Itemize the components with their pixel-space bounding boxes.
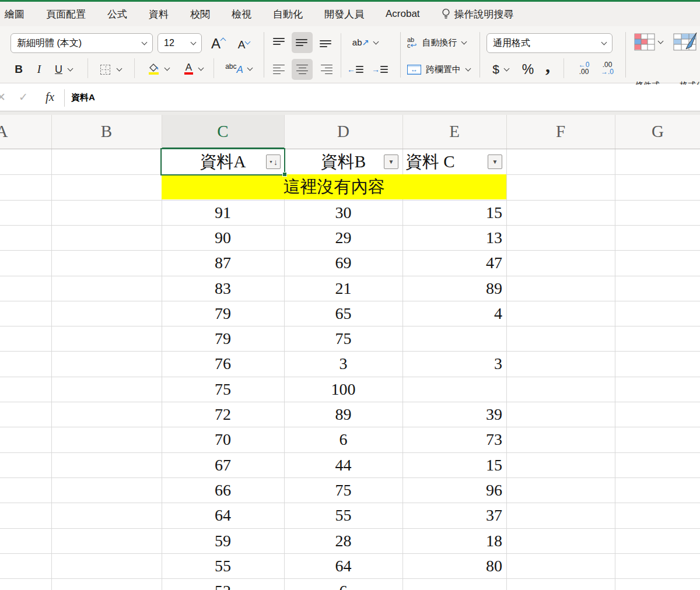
percent-button[interactable]: % bbox=[518, 60, 538, 79]
cell-c15[interactable]: 64 bbox=[162, 503, 284, 528]
menu-draw[interactable]: 繪圖 bbox=[5, 8, 24, 21]
cell-c6[interactable]: 83 bbox=[162, 276, 284, 301]
increase-indent-button[interactable]: → bbox=[370, 60, 390, 79]
cell-e4[interactable]: 13 bbox=[402, 225, 506, 250]
cell-c16[interactable]: 59 bbox=[162, 528, 284, 553]
cell-c18[interactable]: 52 bbox=[162, 578, 284, 590]
column-header-g[interactable]: G bbox=[640, 122, 676, 141]
menu-data[interactable]: 資料 bbox=[149, 8, 169, 21]
menu-page-layout[interactable]: 頁面配置 bbox=[46, 8, 86, 21]
cell-d12[interactable]: 6 bbox=[284, 427, 402, 452]
cell-e7[interactable]: 4 bbox=[402, 301, 506, 326]
confirm-icon[interactable]: ✓ bbox=[19, 90, 28, 104]
cell-c14[interactable]: 66 bbox=[162, 477, 284, 503]
merge-center-button[interactable]: ↔ 跨欄置中 bbox=[407, 60, 477, 79]
cell-e11[interactable]: 39 bbox=[402, 402, 506, 427]
cell-e3[interactable]: 15 bbox=[402, 200, 506, 225]
cell-e12[interactable]: 73 bbox=[402, 427, 506, 452]
wrap-text-button[interactable]: ab c↩ 自動換行 bbox=[407, 33, 477, 52]
menu-automate[interactable]: 自動化 bbox=[273, 8, 303, 21]
decrease-indent-button[interactable]: ← bbox=[345, 60, 365, 79]
filter-button-sorted-c[interactable]: ▼↓ bbox=[266, 154, 281, 169]
menu-developer[interactable]: 開發人員 bbox=[324, 8, 364, 21]
number-format-combo[interactable]: 通用格式 bbox=[487, 33, 612, 53]
menu-formulas[interactable]: 公式 bbox=[107, 8, 127, 21]
decrease-decimal-button[interactable]: .00 →.0 bbox=[597, 61, 617, 75]
format-as-table-button[interactable] bbox=[672, 31, 700, 53]
cell-c5[interactable]: 87 bbox=[162, 250, 284, 275]
italic-button[interactable]: I bbox=[32, 60, 47, 79]
cell-d7[interactable]: 65 bbox=[284, 301, 402, 326]
cancel-icon[interactable]: ✕ bbox=[0, 90, 6, 104]
formula-bar-value[interactable]: 資料A bbox=[71, 92, 95, 103]
cell-d9[interactable]: 3 bbox=[284, 351, 402, 376]
align-middle-button[interactable] bbox=[292, 32, 313, 53]
cell-e17[interactable]: 80 bbox=[402, 553, 506, 578]
cell-e9[interactable]: 3 bbox=[402, 351, 506, 376]
cell-d10[interactable]: 100 bbox=[284, 377, 402, 402]
cell-e13[interactable]: 15 bbox=[402, 452, 506, 477]
align-bottom-button[interactable] bbox=[316, 33, 336, 52]
cell-e6[interactable]: 89 bbox=[402, 276, 506, 301]
font-color-button[interactable]: A bbox=[178, 59, 209, 79]
filter-button-d[interactable]: ▼ bbox=[384, 154, 398, 169]
cell-d14[interactable]: 75 bbox=[284, 477, 402, 503]
bold-button[interactable]: B bbox=[10, 60, 27, 79]
cell-c13[interactable]: 67 bbox=[162, 452, 284, 477]
cell-d15[interactable]: 55 bbox=[284, 503, 402, 528]
currency-button[interactable]: $ bbox=[488, 60, 513, 79]
cell-d8[interactable]: 75 bbox=[284, 326, 402, 351]
cell-c8[interactable]: 79 bbox=[162, 326, 284, 351]
align-left-button[interactable] bbox=[270, 60, 289, 79]
increase-decimal-button[interactable]: ←0 .00 bbox=[574, 61, 594, 75]
cell-c10[interactable]: 75 bbox=[162, 377, 284, 402]
conditional-formatting-button[interactable] bbox=[632, 32, 664, 52]
align-top-button[interactable] bbox=[270, 33, 289, 52]
cell-d4[interactable]: 29 bbox=[284, 225, 402, 250]
menu-acrobat[interactable]: Acrobat bbox=[386, 8, 420, 20]
cell-c17[interactable]: 55 bbox=[162, 553, 284, 578]
cell-c4[interactable]: 90 bbox=[162, 225, 284, 250]
fill-color-button[interactable] bbox=[142, 59, 175, 79]
cell-d6[interactable]: 21 bbox=[284, 276, 402, 301]
orientation-button[interactable]: ab↗ bbox=[348, 33, 383, 52]
column-header-e[interactable]: E bbox=[437, 122, 472, 141]
grow-font-button[interactable]: A bbox=[208, 34, 229, 53]
cell-d17[interactable]: 64 bbox=[284, 553, 402, 578]
help-search[interactable]: 操作說明搜尋 bbox=[442, 8, 514, 21]
menu-review[interactable]: 校閱 bbox=[190, 8, 210, 21]
column-header-f[interactable]: F bbox=[543, 122, 578, 141]
cell-e15[interactable]: 37 bbox=[402, 503, 506, 528]
cell-c3[interactable]: 91 bbox=[162, 200, 284, 225]
cell-c12[interactable]: 70 bbox=[162, 427, 284, 452]
filter-button-e[interactable]: ▼ bbox=[488, 154, 502, 169]
font-effects-button[interactable]: abc A bbox=[220, 59, 257, 79]
column-header-a[interactable]: A bbox=[0, 122, 19, 141]
align-center-button[interactable] bbox=[292, 59, 313, 80]
font-size-combo[interactable]: 12 bbox=[158, 33, 202, 53]
font-name-combo[interactable]: 新細明體 (本文) bbox=[10, 33, 153, 53]
cell-c9[interactable]: 76 bbox=[162, 351, 284, 376]
column-header-c[interactable]: C bbox=[205, 122, 240, 141]
cell-e14[interactable]: 96 bbox=[402, 477, 506, 503]
cell-d13[interactable]: 44 bbox=[284, 452, 402, 477]
align-right-button[interactable] bbox=[316, 60, 336, 79]
comma-style-button[interactable]: , bbox=[540, 57, 555, 75]
cell-d3[interactable]: 30 bbox=[284, 200, 402, 225]
cell-d5[interactable]: 69 bbox=[284, 250, 402, 275]
cell-c11[interactable]: 72 bbox=[162, 402, 284, 427]
menu-view[interactable]: 檢視 bbox=[232, 8, 251, 21]
cell-d18[interactable]: 6 bbox=[284, 578, 402, 590]
fx-icon[interactable]: fx bbox=[46, 90, 54, 104]
shrink-font-button[interactable]: A bbox=[233, 36, 254, 54]
borders-button[interactable] bbox=[94, 60, 127, 79]
fill-handle[interactable] bbox=[282, 172, 287, 177]
cell-d16[interactable]: 28 bbox=[284, 528, 402, 553]
cell-e16[interactable]: 18 bbox=[402, 528, 506, 553]
cell-c7[interactable]: 79 bbox=[162, 301, 284, 326]
underline-button[interactable]: U bbox=[50, 60, 77, 79]
banner-merged-cell[interactable]: 這裡沒有內容 bbox=[162, 174, 506, 199]
column-header-b[interactable]: B bbox=[89, 122, 124, 141]
column-header-d[interactable]: D bbox=[326, 122, 361, 141]
cell-d11[interactable]: 89 bbox=[284, 402, 402, 427]
